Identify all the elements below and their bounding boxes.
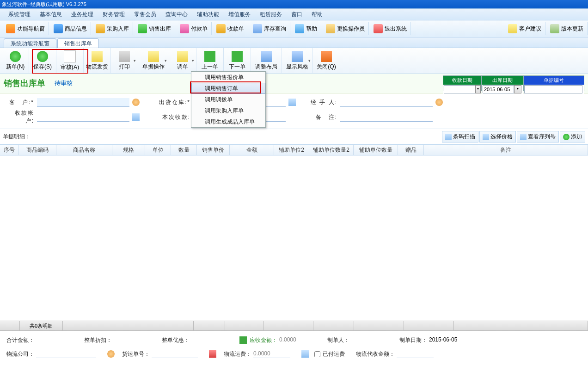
sales-out-button[interactable]: 销售出库	[134, 22, 175, 35]
col-aux2[interactable]: 辅助单位2	[274, 145, 309, 155]
date-drop-icon[interactable]: ▾	[514, 85, 521, 93]
col-code[interactable]: 商品编码	[19, 145, 56, 155]
tab-nav-window[interactable]: 系统功能导航窗	[4, 38, 56, 48]
ship-no-input[interactable]	[152, 350, 198, 358]
menu-retail[interactable]: 零售会员	[129, 9, 161, 20]
paid-freight-checkbox[interactable]	[314, 351, 320, 357]
call-doc-button[interactable]: 调单▾	[169, 48, 196, 73]
maker-input[interactable]	[351, 336, 388, 344]
tb-label: 帮助	[306, 25, 317, 33]
layout-button[interactable]: 调整布局	[251, 48, 282, 73]
nav-window-button[interactable]: 功能导航窗	[2, 22, 49, 35]
barcode-scan-button[interactable]: 条码扫描	[442, 131, 478, 143]
footer-summary-row: 共0条明细	[0, 321, 588, 331]
new-doc-button[interactable]: 新单(N)	[2, 48, 29, 73]
col-name[interactable]: 商品名称	[56, 145, 112, 155]
col-unit[interactable]: 单位	[145, 145, 171, 155]
doc-no-cell: 单据编号	[523, 75, 584, 91]
folder-icon[interactable]	[288, 99, 296, 106]
book-icon[interactable]	[132, 113, 140, 121]
menu-item-prod-in[interactable]: 调用生成成品入库单	[191, 116, 265, 127]
col-seq[interactable]: 序号	[0, 145, 19, 155]
prev-doc-button[interactable]: 上一单	[196, 48, 224, 73]
total-input[interactable]	[36, 336, 73, 344]
exit-button[interactable]: 退出系统	[370, 22, 411, 35]
account-input[interactable]	[37, 113, 129, 122]
form-area: 客 户:* 出货仓库:* 经 手 人: 收款帐户: 本次收款: 备 注:	[0, 93, 588, 129]
help-icon	[295, 24, 304, 33]
menu-aux[interactable]: 辅助功能	[192, 9, 224, 20]
menu-finance[interactable]: 财务管理	[98, 9, 129, 20]
col-auxqty[interactable]: 辅助单位数量	[354, 145, 398, 155]
add-row-button[interactable]: 添加	[560, 131, 585, 143]
next-doc-button[interactable]: 下一单	[224, 48, 251, 73]
btn-label: 物流发货	[86, 63, 108, 71]
pref-input[interactable]	[191, 336, 228, 344]
menu-system[interactable]: 系统管理	[4, 9, 35, 20]
menu-basic[interactable]: 基本信息	[35, 9, 67, 20]
purchase-in-button[interactable]: 采购入库	[92, 22, 133, 35]
feedback-button[interactable]: 客户建议	[504, 22, 545, 35]
ship-fee-label: 物流运费：	[224, 350, 251, 358]
menu-vas[interactable]: 增值服务	[224, 9, 255, 20]
menu-rent[interactable]: 租赁服务	[255, 9, 287, 20]
flag-icon[interactable]	[209, 350, 216, 358]
sum-spacer	[63, 321, 194, 330]
menu-query[interactable]: 查询中心	[161, 9, 192, 20]
tb-label: 采购入库	[107, 25, 129, 33]
sum-spacer	[354, 321, 404, 330]
update-button[interactable]: 版本更新	[546, 22, 588, 35]
receipt-button[interactable]: 收款单	[213, 22, 248, 35]
col-price[interactable]: 销售单价	[197, 145, 230, 155]
doc-no-input[interactable]	[524, 85, 582, 93]
date-drop-icon[interactable]: ▾	[475, 85, 481, 93]
out-date-input[interactable]	[483, 85, 514, 93]
btn-label: 下一单	[229, 63, 245, 71]
document-title: 销售出库单	[4, 78, 45, 89]
style-button[interactable]: 显示风格▾	[282, 48, 313, 73]
person-icon[interactable]	[107, 350, 115, 358]
logistics-co-input[interactable]	[36, 350, 96, 358]
col-gift[interactable]: 赠品	[398, 145, 424, 155]
agent-collect-input[interactable]	[397, 350, 434, 358]
close-doc-button[interactable]: 关闭(Q)	[313, 48, 340, 73]
select-price-button[interactable]: 选择价格	[479, 131, 516, 143]
col-spec[interactable]: 规格	[112, 145, 145, 155]
col-remark[interactable]: 备注	[424, 145, 588, 155]
payment-button[interactable]: 付款单	[176, 22, 212, 35]
col-qty[interactable]: 数量	[171, 145, 197, 155]
menu-item-purchase-in[interactable]: 调用采购入库单	[191, 105, 265, 116]
tab-sales-out[interactable]: 销售出库单	[57, 38, 99, 48]
remark-input[interactable]	[340, 113, 433, 122]
person-icon[interactable]	[435, 99, 443, 106]
col-amount[interactable]: 金额	[230, 145, 274, 155]
tb-label: 退出系统	[385, 25, 407, 33]
stock-query-button[interactable]: 库存查询	[249, 22, 290, 35]
detail-table-body[interactable]	[0, 155, 588, 327]
menu-help[interactable]: 帮助	[307, 9, 327, 20]
box-icon	[54, 24, 63, 33]
print-button[interactable]: 打印▾	[111, 48, 138, 73]
product-info-button[interactable]: 商品信息	[50, 22, 91, 35]
help-button[interactable]: 帮助	[291, 22, 321, 35]
update-icon	[550, 24, 559, 33]
menu-window[interactable]: 窗口	[287, 9, 307, 20]
doc-op-button[interactable]: 单据操作▾	[138, 48, 169, 73]
title-bar: 象过河软件--经典版(试用版) V6.3.275	[0, 0, 588, 8]
customer-input[interactable]	[37, 98, 129, 107]
menu-item-transfer[interactable]: 调用调拨单	[191, 94, 265, 105]
menu-business[interactable]: 业务处理	[67, 9, 98, 20]
handler-input[interactable]	[340, 98, 433, 107]
discount-label: 整单折扣：	[84, 336, 112, 344]
person-icon[interactable]	[132, 99, 140, 106]
exit-icon	[374, 24, 383, 33]
discount-input[interactable]	[114, 336, 151, 344]
switch-user-button[interactable]: 更换操作员	[322, 22, 369, 35]
calendar-icon[interactable]	[301, 350, 309, 358]
col-auxqty2[interactable]: 辅助单位数量2	[309, 145, 354, 155]
barcode-icon	[445, 134, 452, 140]
receipt-date-input[interactable]	[444, 85, 475, 93]
sum-spacer	[225, 321, 263, 330]
view-serial-button[interactable]: 查看序列号	[517, 131, 559, 143]
tb-label: 功能导航窗	[17, 25, 45, 33]
